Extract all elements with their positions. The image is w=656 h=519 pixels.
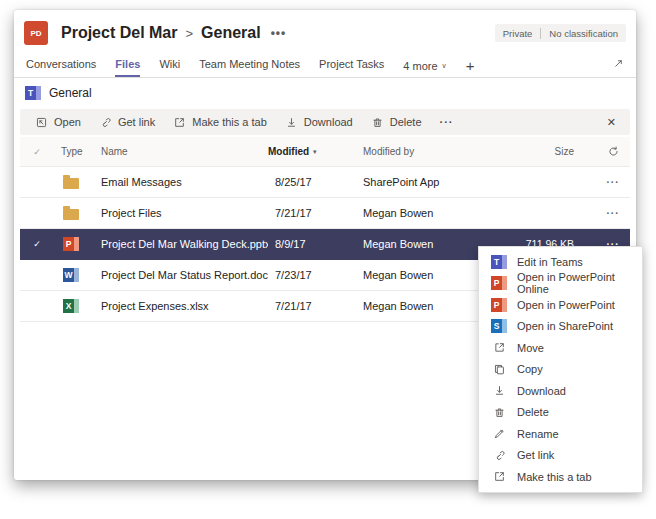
make-tab-icon (173, 116, 186, 129)
menu-item-make-this-a-tab[interactable]: Make this a tab (479, 466, 642, 488)
tab-conversations[interactable]: Conversations (26, 58, 96, 77)
file-modified-by: SharePoint App (356, 176, 506, 188)
download-label: Download (304, 116, 353, 128)
sharepoint-icon: S (491, 319, 507, 333)
privacy-badge: Private (503, 28, 533, 39)
channel-name[interactable]: General (201, 24, 261, 42)
file-name[interactable]: Project Del Mar Status Report.docx (94, 269, 268, 281)
column-name[interactable]: Name (94, 146, 268, 157)
menu-item-get-link[interactable]: Get link (479, 445, 642, 467)
row-check-icon[interactable]: ✓ (20, 239, 54, 249)
link-icon (99, 116, 112, 129)
file-name[interactable]: Project Expenses.xlsx (94, 300, 268, 312)
link-icon (491, 449, 507, 462)
download-icon (491, 384, 507, 397)
row-more-button[interactable]: ··· (596, 208, 630, 219)
menu-item-label: Delete (517, 406, 549, 418)
column-modified-by[interactable]: Modified by (356, 146, 506, 157)
chevron-down-icon: ∨ (442, 62, 447, 70)
tab-project-tasks[interactable]: Project Tasks (319, 58, 384, 77)
excel-icon: X (63, 299, 79, 313)
channel-more-button[interactable]: ••• (271, 26, 287, 40)
file-modified: 8/25/17 (268, 176, 356, 188)
menu-item-label: Get link (517, 449, 554, 461)
menu-item-open-in-powerpoint[interactable]: P Open in PowerPoint (479, 294, 642, 316)
tabs-overflow-button[interactable]: 4 more ∨ (403, 60, 446, 77)
tab-team-meeting-notes[interactable]: Team Meeting Notes (199, 58, 300, 77)
file-modified: 7/21/17 (268, 207, 356, 219)
powerpoint-icon: P (63, 237, 79, 251)
menu-item-label: Move (517, 342, 544, 354)
make-this-a-tab-button[interactable]: Make this a tab (164, 109, 276, 135)
tab-files[interactable]: Files (115, 58, 140, 77)
files-folder-title: General (49, 86, 92, 100)
delete-button[interactable]: Delete (362, 109, 431, 135)
privacy-badges: Private No classification (495, 24, 626, 42)
powerpoint-icon: P (491, 298, 507, 312)
delete-icon (371, 116, 384, 129)
download-icon (285, 116, 298, 129)
files-toolbar: Open Get link Make this a tab Download D… (20, 109, 630, 135)
table-header: ✓ Type Name Modified ▾ Modified by Size (20, 137, 630, 167)
menu-item-copy[interactable]: Copy (479, 359, 642, 381)
table-row[interactable]: Email Messages 8/25/17 SharePoint App ··… (20, 167, 630, 198)
file-name[interactable]: Project Del Mar Walking Deck.pptx (94, 238, 268, 250)
file-modified: 8/9/17 (268, 238, 356, 250)
tabs-overflow-label: 4 more (403, 60, 437, 72)
delete-label: Delete (390, 116, 422, 128)
row-more-button[interactable]: ··· (596, 177, 630, 188)
menu-item-move[interactable]: Move (479, 337, 642, 359)
get-link-button[interactable]: Get link (90, 109, 164, 135)
copy-icon (491, 363, 507, 376)
menu-item-download[interactable]: Download (479, 380, 642, 402)
select-all-check-icon[interactable]: ✓ (20, 147, 54, 157)
menu-item-label: Copy (517, 363, 543, 375)
badge-divider (540, 28, 541, 39)
team-name[interactable]: Project Del Mar (61, 24, 177, 42)
menu-item-label: Open in PowerPoint Online (517, 271, 634, 295)
tab-wiki[interactable]: Wiki (159, 58, 180, 77)
column-type[interactable]: Type (54, 146, 94, 157)
folder-icon (63, 209, 79, 220)
download-button[interactable]: Download (276, 109, 362, 135)
menu-item-delete[interactable]: Delete (479, 402, 642, 424)
add-tab-button[interactable]: + (466, 57, 475, 77)
toolbar-more-button[interactable]: ··· (431, 116, 463, 128)
menu-item-label: Edit in Teams (517, 256, 583, 268)
app-header: PD Project Del Mar > General ••• Private… (14, 10, 636, 52)
teams-icon: T (25, 86, 41, 100)
open-button[interactable]: Open (26, 109, 90, 135)
column-modified[interactable]: Modified ▾ (268, 146, 356, 157)
menu-item-rename[interactable]: Rename (479, 423, 642, 445)
teams-icon: T (491, 255, 507, 269)
refresh-icon[interactable] (596, 145, 630, 158)
move-icon (491, 341, 507, 354)
file-name[interactable]: Project Files (94, 207, 268, 219)
menu-item-open-in-sharepoint[interactable]: S Open in SharePoint (479, 316, 642, 338)
menu-item-label: Open in PowerPoint (517, 299, 615, 311)
classification-badge: No classification (549, 28, 618, 39)
table-row[interactable]: Project Files 7/21/17 Megan Bowen ··· (20, 198, 630, 229)
tab-bar: Conversations Files Wiki Team Meeting No… (14, 52, 636, 78)
menu-item-label: Rename (517, 428, 559, 440)
file-modified: 7/23/17 (268, 269, 356, 281)
menu-item-label: Open in SharePoint (517, 320, 613, 332)
rename-icon (491, 427, 507, 440)
menu-item-label: Make this a tab (517, 471, 592, 483)
team-avatar[interactable]: PD (24, 21, 48, 45)
file-name[interactable]: Email Messages (94, 176, 268, 188)
menu-item-label: Download (517, 385, 566, 397)
word-icon: W (63, 268, 79, 282)
powerpoint-icon: P (491, 276, 507, 290)
breadcrumb: Project Del Mar > General ••• (61, 24, 286, 42)
close-icon[interactable]: ✕ (599, 116, 624, 129)
get-link-label: Get link (118, 116, 155, 128)
make-this-a-tab-label: Make this a tab (192, 116, 267, 128)
column-size[interactable]: Size (506, 146, 596, 157)
menu-item-open-in-powerpoint-online[interactable]: P Open in PowerPoint Online (479, 273, 642, 295)
expand-tab-icon[interactable] (613, 58, 624, 77)
make-tab-icon (491, 470, 507, 483)
breadcrumb-separator: > (185, 26, 193, 41)
open-label: Open (54, 116, 81, 128)
menu-item-edit-in-teams[interactable]: T Edit in Teams (479, 251, 642, 273)
